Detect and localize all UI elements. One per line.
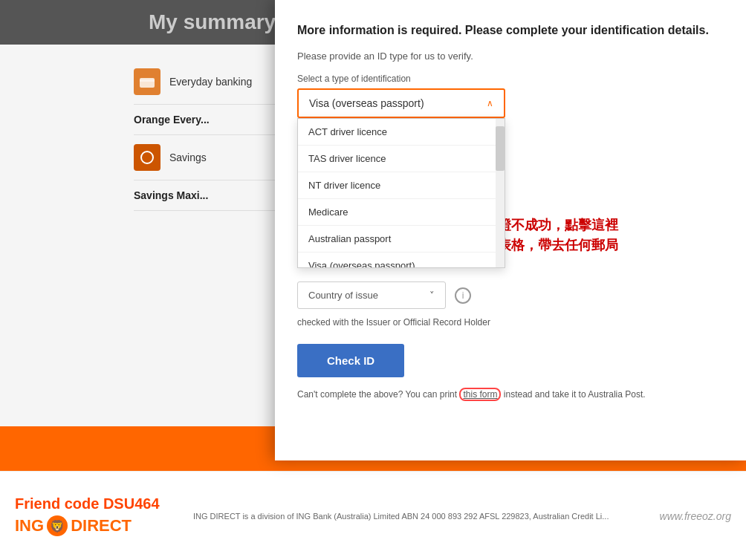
dropdown-list: ACT driver licence TAS driver licence NT…: [297, 118, 505, 268]
friend-code: Friend code DSU464: [15, 495, 178, 512]
dropdown-item-nt[interactable]: NT driver licence: [298, 172, 505, 199]
issuer-text: checked with the Issuer or Official Reco…: [297, 316, 713, 329]
dropdown-arrow-icon: ∧: [487, 98, 493, 108]
everyday-banking-label: Everyday banking: [169, 76, 252, 88]
country-label: Country of issue: [308, 290, 378, 301]
dropdown-item-passport[interactable]: Australian passport: [298, 226, 505, 253]
dropdown-item-tas[interactable]: TAS driver licence: [298, 146, 505, 172]
dropdown-items-container: ACT driver licence TAS driver licence NT…: [298, 119, 505, 267]
bottom-text: Can't complete the above? You can print …: [297, 389, 724, 400]
modal-dialog: More information is required. Please com…: [275, 0, 746, 460]
ing-logo: ING 🦁 DIRECT: [15, 515, 178, 536]
svg-rect-0: [140, 78, 155, 88]
country-row: Country of issue ˅ i: [297, 281, 724, 309]
check-id-button[interactable]: Check ID: [297, 344, 404, 377]
bottom-text-prefix: Can't complete the above? You can print: [297, 389, 457, 400]
selected-text: Visa (overseas passport): [309, 97, 424, 109]
footer-website: www.freeoz.org: [660, 510, 731, 522]
footer: Friend code DSU464 ING 🦁 DIRECT ING DIRE…: [0, 471, 746, 560]
info-icon[interactable]: i: [455, 287, 471, 304]
dropdown-item-visa[interactable]: Visa (overseas passport): [298, 253, 505, 267]
footer-legal: ING DIRECT is a division of ING Bank (Au…: [178, 512, 660, 521]
modal-content: More information is required. Please com…: [275, 0, 746, 414]
dropdown-selected-value[interactable]: Visa (overseas passport) ∧: [297, 88, 505, 118]
savings-label: Savings: [169, 152, 207, 163]
country-arrow-icon: ˅: [429, 290, 435, 301]
scrollbar-thumb[interactable]: [496, 126, 505, 171]
scrollbar-track: [496, 119, 505, 267]
ing-text: ING: [15, 516, 44, 535]
modal-title: More information is required. Please com…: [297, 22, 724, 39]
ing-direct-text: DIRECT: [71, 516, 132, 535]
svg-point-2: [141, 152, 153, 163]
everyday-banking-icon: [134, 68, 160, 95]
dropdown-label: Select a type of identification: [297, 74, 724, 84]
orange-every-label: Orange Every...: [134, 114, 210, 126]
id-type-dropdown[interactable]: Visa (overseas passport) ∧ ACT driver li…: [297, 88, 505, 118]
dropdown-item-act[interactable]: ACT driver licence: [298, 119, 505, 146]
svg-rect-1: [140, 79, 155, 82]
page-title: My summary: [149, 10, 276, 34]
ing-lion-icon: 🦁: [47, 515, 68, 536]
modal-subtitle: Please provide an ID type for us to veri…: [297, 51, 724, 62]
country-dropdown[interactable]: Country of issue ˅: [297, 281, 446, 309]
this-form-link[interactable]: this form: [459, 388, 501, 401]
dropdown-item-medicare[interactable]: Medicare: [298, 199, 505, 226]
bottom-text-suffix: instead and take it to Australia Post.: [504, 389, 646, 400]
footer-left: Friend code DSU464 ING 🦁 DIRECT: [15, 495, 178, 536]
savings-icon: [134, 144, 160, 171]
savings-maxi-label: Savings Maxi...: [134, 189, 208, 201]
